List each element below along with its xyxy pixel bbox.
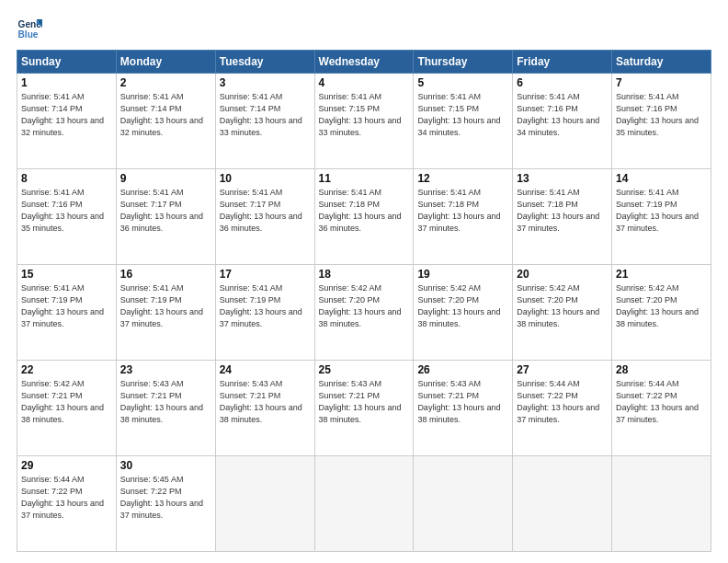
- calendar-cell-19: 19Sunrise: 5:42 AMSunset: 7:20 PMDayligh…: [414, 265, 513, 361]
- calendar-cell-6: 6Sunrise: 5:41 AMSunset: 7:16 PMDaylight…: [513, 74, 612, 169]
- calendar-dow-wednesday: Wednesday: [314, 51, 414, 74]
- calendar-week-4: 29Sunrise: 5:44 AMSunset: 7:22 PMDayligh…: [17, 456, 711, 552]
- calendar-week-2: 15Sunrise: 5:41 AMSunset: 7:19 PMDayligh…: [17, 265, 711, 361]
- calendar-table: SundayMondayTuesdayWednesdayThursdayFrid…: [17, 50, 711, 552]
- calendar-cell-9: 9Sunrise: 5:41 AMSunset: 7:17 PMDaylight…: [116, 169, 215, 265]
- calendar-cell-13: 13Sunrise: 5:41 AMSunset: 7:18 PMDayligh…: [513, 169, 612, 265]
- calendar-cell-5: 5Sunrise: 5:41 AMSunset: 7:15 PMDaylight…: [414, 74, 513, 169]
- calendar-dow-monday: Monday: [116, 51, 215, 74]
- calendar-cell-30: 30Sunrise: 5:45 AMSunset: 7:22 PMDayligh…: [116, 456, 215, 552]
- calendar-cell-22: 22Sunrise: 5:42 AMSunset: 7:21 PMDayligh…: [17, 361, 117, 456]
- calendar-cell-3: 3Sunrise: 5:41 AMSunset: 7:14 PMDaylight…: [215, 74, 314, 169]
- calendar-cell-4: 4Sunrise: 5:41 AMSunset: 7:15 PMDaylight…: [314, 74, 414, 169]
- calendar-cell-18: 18Sunrise: 5:42 AMSunset: 7:20 PMDayligh…: [314, 265, 414, 361]
- calendar-cell-8: 8Sunrise: 5:41 AMSunset: 7:16 PMDaylight…: [17, 169, 117, 265]
- calendar-cell-10: 10Sunrise: 5:41 AMSunset: 7:17 PMDayligh…: [215, 169, 314, 265]
- calendar-cell-empty: [414, 456, 513, 552]
- calendar-cell-2: 2Sunrise: 5:41 AMSunset: 7:14 PMDaylight…: [116, 74, 215, 169]
- logo: General Blue: [17, 17, 42, 42]
- calendar-cell-23: 23Sunrise: 5:43 AMSunset: 7:21 PMDayligh…: [116, 361, 215, 456]
- calendar-cell-29: 29Sunrise: 5:44 AMSunset: 7:22 PMDayligh…: [17, 456, 117, 552]
- calendar-header-row: SundayMondayTuesdayWednesdayThursdayFrid…: [17, 51, 711, 74]
- calendar-cell-27: 27Sunrise: 5:44 AMSunset: 7:22 PMDayligh…: [513, 361, 612, 456]
- svg-text:Blue: Blue: [18, 29, 39, 40]
- calendar-cell-24: 24Sunrise: 5:43 AMSunset: 7:21 PMDayligh…: [215, 361, 314, 456]
- calendar-cell-15: 15Sunrise: 5:41 AMSunset: 7:19 PMDayligh…: [17, 265, 117, 361]
- calendar-cell-21: 21Sunrise: 5:42 AMSunset: 7:20 PMDayligh…: [612, 265, 711, 361]
- calendar-cell-25: 25Sunrise: 5:43 AMSunset: 7:21 PMDayligh…: [314, 361, 414, 456]
- calendar-week-3: 22Sunrise: 5:42 AMSunset: 7:21 PMDayligh…: [17, 361, 711, 456]
- calendar-cell-20: 20Sunrise: 5:42 AMSunset: 7:20 PMDayligh…: [513, 265, 612, 361]
- calendar-cell-28: 28Sunrise: 5:44 AMSunset: 7:22 PMDayligh…: [612, 361, 711, 456]
- calendar-body: 1Sunrise: 5:41 AMSunset: 7:14 PMDaylight…: [17, 74, 711, 552]
- page: General Blue SundayMondayTuesdayWednesda…: [0, 0, 728, 563]
- header: General Blue: [17, 17, 711, 42]
- calendar-dow-friday: Friday: [513, 51, 612, 74]
- calendar-cell-empty: [513, 456, 612, 552]
- calendar-dow-sunday: Sunday: [17, 51, 117, 74]
- calendar-dow-thursday: Thursday: [414, 51, 513, 74]
- calendar-dow-saturday: Saturday: [612, 51, 711, 74]
- calendar-cell-1: 1Sunrise: 5:41 AMSunset: 7:14 PMDaylight…: [17, 74, 117, 169]
- calendar-cell-7: 7Sunrise: 5:41 AMSunset: 7:16 PMDaylight…: [612, 74, 711, 169]
- calendar-dow-tuesday: Tuesday: [215, 51, 314, 74]
- calendar-cell-11: 11Sunrise: 5:41 AMSunset: 7:18 PMDayligh…: [314, 169, 414, 265]
- calendar-cell-14: 14Sunrise: 5:41 AMSunset: 7:19 PMDayligh…: [612, 169, 711, 265]
- calendar-cell-empty: [215, 456, 314, 552]
- calendar-week-1: 8Sunrise: 5:41 AMSunset: 7:16 PMDaylight…: [17, 169, 711, 265]
- calendar-cell-17: 17Sunrise: 5:41 AMSunset: 7:19 PMDayligh…: [215, 265, 314, 361]
- calendar-cell-26: 26Sunrise: 5:43 AMSunset: 7:21 PMDayligh…: [414, 361, 513, 456]
- calendar-cell-16: 16Sunrise: 5:41 AMSunset: 7:19 PMDayligh…: [116, 265, 215, 361]
- logo-icon: General Blue: [17, 17, 42, 42]
- calendar-cell-empty: [314, 456, 414, 552]
- calendar-week-0: 1Sunrise: 5:41 AMSunset: 7:14 PMDaylight…: [17, 74, 711, 169]
- calendar-cell-12: 12Sunrise: 5:41 AMSunset: 7:18 PMDayligh…: [414, 169, 513, 265]
- calendar-cell-empty: [612, 456, 711, 552]
